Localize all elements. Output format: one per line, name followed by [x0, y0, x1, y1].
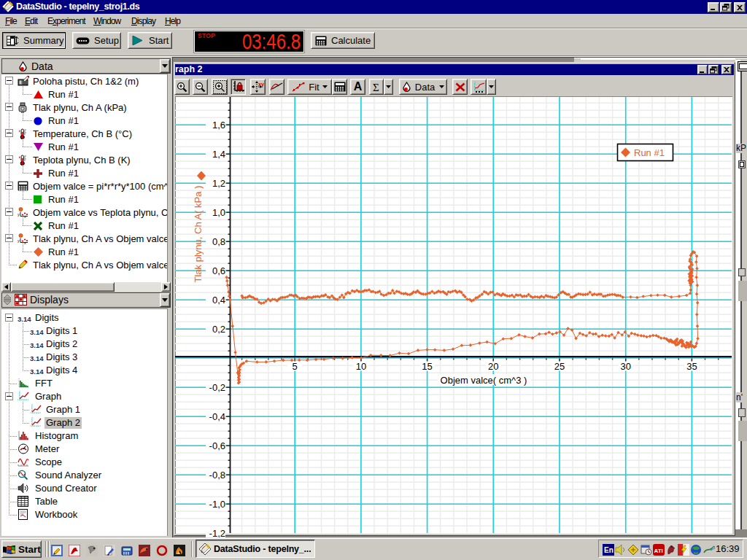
- svg-text:-0,4: -0,4: [209, 411, 225, 422]
- svg-text:25: 25: [554, 361, 565, 372]
- svg-text:10: 10: [356, 361, 366, 372]
- svg-text:-0,8: -0,8: [209, 470, 225, 481]
- svg-text:1,0: 1,0: [212, 207, 225, 218]
- svg-text:Objem valce( cm^3 ): Objem valce( cm^3 ): [441, 375, 527, 386]
- svg-text:En: En: [604, 546, 614, 554]
- svg-text:0,6: 0,6: [212, 265, 225, 276]
- svg-text:ATI: ATI: [654, 548, 662, 554]
- svg-text:-0,6: -0,6: [209, 440, 225, 451]
- svg-text:15: 15: [422, 361, 432, 372]
- svg-text:1,2: 1,2: [212, 178, 225, 189]
- svg-text:Run #1: Run #1: [634, 147, 665, 158]
- svg-text:-1,0: -1,0: [209, 499, 225, 510]
- svg-text:0,4: 0,4: [212, 295, 225, 306]
- svg-text:5: 5: [293, 361, 298, 372]
- svg-text:0,2: 0,2: [212, 324, 225, 335]
- svg-text:Tlak plynu, Ch A( kPa ): Tlak plynu, Ch A( kPa ): [193, 186, 204, 283]
- svg-text:35: 35: [686, 361, 697, 372]
- svg-text:30: 30: [620, 361, 630, 372]
- svg-text:-0,2: -0,2: [209, 382, 225, 393]
- svg-text:1,6: 1,6: [212, 120, 225, 131]
- svg-text:1,4: 1,4: [212, 149, 225, 160]
- svg-text:20: 20: [488, 361, 498, 372]
- svg-text:0,8: 0,8: [212, 236, 225, 247]
